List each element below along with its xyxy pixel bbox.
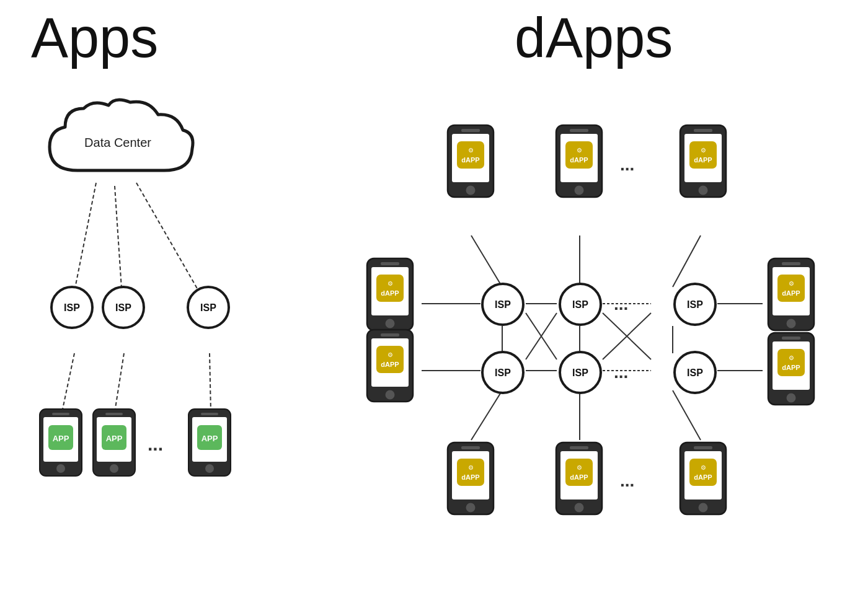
svg-text:dAPP: dAPP	[381, 289, 399, 297]
svg-line-28	[673, 390, 701, 440]
svg-text:⚙: ⚙	[388, 351, 393, 358]
svg-text:⚙: ⚙	[701, 464, 706, 471]
left-isp-1: ISP	[50, 285, 94, 330]
svg-line-5	[210, 353, 211, 412]
svg-rect-90	[570, 129, 588, 132]
svg-rect-58	[376, 275, 404, 302]
svg-line-4	[115, 353, 124, 412]
svg-text:APP: APP	[106, 434, 123, 443]
svg-text:ISP: ISP	[115, 302, 131, 313]
svg-text:⚙: ⚙	[789, 354, 794, 361]
svg-rect-83	[461, 129, 480, 132]
svg-text:APP: APP	[202, 434, 218, 443]
svg-text:⚙: ⚙	[468, 147, 474, 154]
right-isp-r5: ISP	[558, 350, 603, 395]
cloud-shape: Data Center	[37, 96, 198, 186]
svg-point-110	[787, 394, 796, 403]
svg-text:ISP: ISP	[572, 299, 588, 310]
right-dots-bottom: ...	[620, 471, 634, 491]
svg-point-38	[56, 464, 65, 473]
right-phone-bottom-1: ⚙ dAPP	[446, 441, 495, 516]
svg-rect-97	[694, 129, 712, 132]
right-phone-right-bottom: ⚙ dAPP	[767, 332, 815, 406]
svg-text:⚙: ⚙	[577, 464, 582, 471]
svg-rect-126	[565, 459, 593, 486]
svg-text:⚙: ⚙	[701, 147, 706, 154]
svg-rect-84	[457, 141, 484, 169]
svg-rect-112	[777, 349, 805, 376]
svg-rect-132	[694, 446, 712, 449]
left-phone-2: APP	[92, 408, 136, 477]
svg-text:ISP: ISP	[495, 299, 511, 310]
svg-rect-39	[52, 413, 69, 415]
svg-point-117	[466, 503, 476, 513]
svg-text:ISP: ISP	[572, 368, 588, 378]
svg-line-17	[603, 313, 651, 359]
svg-point-63	[386, 390, 395, 400]
svg-point-50	[205, 464, 214, 473]
svg-rect-65	[376, 346, 404, 373]
svg-line-25	[673, 235, 701, 287]
left-dots: ...	[148, 434, 163, 455]
svg-line-16	[526, 313, 557, 359]
svg-text:dAPP: dAPP	[570, 473, 588, 481]
svg-rect-51	[201, 413, 218, 415]
right-phone-top-2: ⚙ dAPP	[555, 124, 603, 198]
left-isp-2: ISP	[101, 285, 146, 330]
right-phone-right-top: ⚙ dAPP	[767, 257, 815, 332]
dapps-title: dApps	[515, 6, 673, 70]
svg-text:dAPP: dAPP	[694, 473, 712, 481]
svg-text:⚙: ⚙	[388, 280, 393, 287]
right-dots-row1: ...	[614, 294, 628, 314]
svg-text:dAPP: dAPP	[782, 364, 800, 371]
right-phone-left-top: ⚙ dAPP	[366, 257, 414, 332]
svg-line-3	[62, 353, 74, 412]
svg-line-26	[471, 390, 502, 440]
right-phone-bottom-3: ⚙ dAPP	[679, 441, 727, 516]
svg-text:⚙: ⚙	[789, 280, 794, 287]
svg-point-44	[110, 464, 118, 473]
svg-rect-104	[782, 262, 800, 265]
svg-rect-45	[105, 413, 123, 415]
svg-point-56	[386, 319, 395, 328]
left-isp-3: ISP	[186, 285, 231, 330]
svg-text:dAPP: dAPP	[694, 156, 712, 164]
svg-text:dAPP: dAPP	[461, 156, 479, 164]
right-dots-top: ...	[620, 155, 634, 175]
svg-rect-57	[381, 262, 399, 265]
right-isp-r6: ISP	[673, 350, 717, 395]
left-phone-3: APP	[187, 408, 232, 477]
svg-text:Data Center: Data Center	[84, 136, 151, 149]
apps-title: Apps	[31, 6, 158, 70]
svg-rect-133	[689, 459, 717, 486]
right-isp-r2: ISP	[558, 282, 603, 327]
right-isp-r3: ISP	[480, 350, 525, 395]
svg-rect-125	[570, 446, 588, 449]
svg-point-103	[787, 319, 796, 328]
left-phone-1: APP	[38, 408, 83, 477]
svg-rect-118	[461, 446, 480, 449]
right-phone-top-1: ⚙ dAPP	[446, 124, 495, 198]
right-phone-top-3: ⚙ dAPP	[679, 124, 727, 198]
svg-text:dAPP: dAPP	[381, 361, 399, 368]
svg-rect-91	[565, 141, 593, 169]
svg-rect-98	[689, 141, 717, 169]
svg-point-82	[466, 186, 476, 195]
svg-text:dAPP: dAPP	[570, 156, 588, 164]
svg-text:ISP: ISP	[495, 368, 511, 378]
svg-line-18	[603, 313, 651, 359]
svg-text:⚙: ⚙	[468, 464, 474, 471]
svg-text:ISP: ISP	[687, 299, 703, 310]
svg-point-96	[699, 186, 708, 195]
svg-point-124	[575, 503, 584, 513]
svg-text:dAPP: dAPP	[461, 473, 479, 481]
svg-text:ISP: ISP	[687, 368, 703, 378]
svg-point-131	[699, 503, 708, 513]
svg-point-89	[575, 186, 584, 195]
svg-rect-64	[381, 333, 399, 337]
right-phone-left-bottom: ⚙ dAPP	[366, 328, 414, 403]
svg-line-23	[471, 235, 502, 287]
svg-text:dAPP: dAPP	[782, 289, 800, 297]
svg-text:ISP: ISP	[200, 302, 216, 313]
right-phone-bottom-2: ⚙ dAPP	[555, 441, 603, 516]
